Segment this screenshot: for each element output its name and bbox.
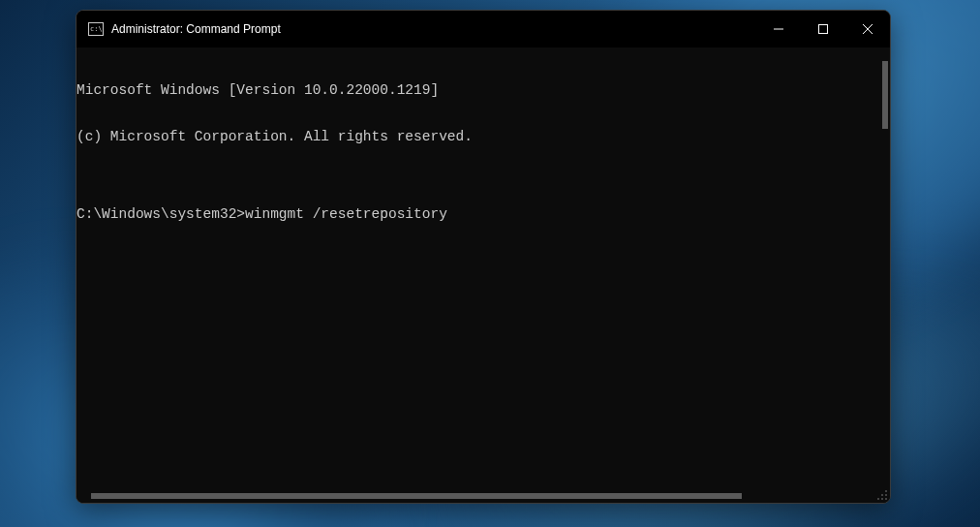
svg-point-4 [885, 490, 887, 492]
vertical-scrollbar[interactable] [882, 61, 888, 129]
maximize-button[interactable] [801, 11, 845, 47]
close-icon [863, 24, 873, 34]
typed-command: winmgmt /resetrepository [245, 206, 447, 222]
minimize-icon [774, 24, 783, 34]
window-title: Administrator: Command Prompt [111, 22, 281, 36]
svg-rect-1 [819, 25, 828, 34]
close-button[interactable] [845, 11, 890, 47]
horizontal-scrollbar-thumb[interactable] [91, 493, 742, 499]
terminal-output: Microsoft Windows [Version 10.0.22000.12… [77, 51, 890, 253]
maximize-icon [818, 24, 828, 34]
svg-point-8 [881, 498, 883, 500]
horizontal-scrollbar-track[interactable] [91, 493, 866, 499]
svg-point-6 [881, 494, 883, 496]
terminal-body[interactable]: Microsoft Windows [Version 10.0.22000.12… [77, 47, 890, 503]
resize-grip-icon[interactable] [876, 489, 888, 501]
minimize-button[interactable] [756, 11, 801, 47]
output-line: (c) Microsoft Corporation. All rights re… [77, 129, 890, 144]
window-controls [756, 11, 890, 47]
titlebar[interactable]: c:\ Administrator: Command Prompt [77, 11, 890, 47]
cmd-icon: c:\ [88, 22, 104, 36]
output-line: Microsoft Windows [Version 10.0.22000.12… [77, 82, 890, 98]
svg-point-7 [885, 498, 887, 500]
prompt-path: C:\Windows\system32> [77, 206, 245, 222]
command-prompt-window: c:\ Administrator: Command Prompt [76, 10, 891, 504]
prompt-line: C:\Windows\system32>winmgmt /resetreposi… [77, 206, 890, 222]
svg-point-5 [885, 494, 887, 496]
svg-point-9 [877, 498, 879, 500]
